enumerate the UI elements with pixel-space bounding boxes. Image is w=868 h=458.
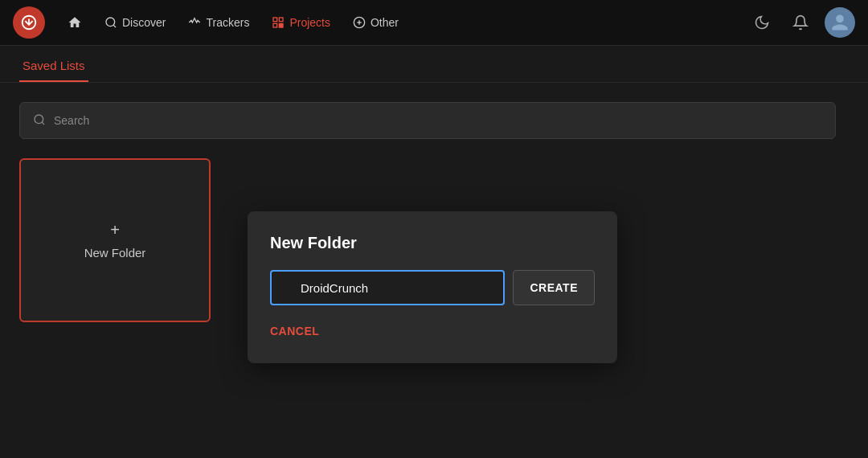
page-tabs: Saved Lists bbox=[0, 46, 868, 83]
search-bar bbox=[19, 102, 836, 139]
svg-line-1 bbox=[113, 25, 116, 27]
search-input[interactable] bbox=[54, 114, 822, 127]
user-avatar[interactable] bbox=[825, 7, 855, 38]
folder-name-input[interactable] bbox=[270, 270, 505, 305]
modal-input-wrapper bbox=[270, 270, 505, 305]
modal-title: New Folder bbox=[270, 234, 595, 252]
plus-icon: + bbox=[110, 221, 120, 239]
projects-icon bbox=[272, 16, 285, 29]
svg-point-0 bbox=[106, 18, 115, 27]
app-logo[interactable] bbox=[13, 6, 45, 39]
new-folder-card[interactable]: + New Folder bbox=[19, 158, 211, 322]
nav-item-projects-label: Projects bbox=[289, 16, 330, 29]
home-icon bbox=[68, 15, 82, 30]
nav-item-discover-label: Discover bbox=[122, 16, 166, 29]
svg-line-9 bbox=[42, 122, 44, 125]
svg-rect-3 bbox=[280, 18, 284, 22]
svg-point-8 bbox=[35, 115, 43, 124]
svg-rect-2 bbox=[273, 18, 277, 22]
discover-icon bbox=[104, 16, 117, 29]
other-icon bbox=[353, 16, 366, 29]
nav-item-trackers-label: Trackers bbox=[206, 16, 249, 29]
nav-right bbox=[747, 7, 855, 38]
nav-item-other-label: Other bbox=[371, 16, 399, 29]
new-folder-modal: New Folder CREATE CANCEL bbox=[248, 211, 617, 363]
nav-item-home[interactable] bbox=[58, 10, 92, 35]
nav-item-discover[interactable]: Discover bbox=[95, 11, 175, 34]
nav-item-projects[interactable]: Projects bbox=[262, 11, 340, 34]
nav-item-trackers[interactable]: Trackers bbox=[178, 11, 259, 34]
search-icon bbox=[33, 113, 46, 129]
create-button[interactable]: CREATE bbox=[513, 270, 595, 305]
nav-items: Discover Trackers Projects bbox=[58, 10, 741, 35]
svg-rect-4 bbox=[273, 23, 277, 27]
trackers-icon bbox=[188, 16, 201, 29]
notifications-button[interactable] bbox=[786, 8, 815, 37]
main-content: + New Folder New Folder CREATE CANCEL bbox=[0, 83, 868, 341]
modal-input-row: CREATE bbox=[270, 270, 595, 305]
cancel-button[interactable]: CANCEL bbox=[270, 321, 319, 341]
theme-toggle-button[interactable] bbox=[747, 8, 776, 37]
nav-item-other[interactable]: Other bbox=[343, 11, 408, 34]
folder-card-label: New Folder bbox=[84, 246, 146, 260]
tab-saved-lists[interactable]: Saved Lists bbox=[19, 51, 88, 82]
top-nav: Discover Trackers Projects bbox=[0, 0, 868, 46]
